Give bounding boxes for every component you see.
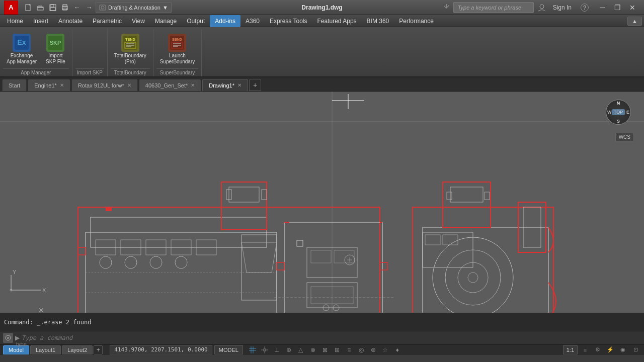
command-input-field[interactable] [22, 334, 641, 341]
sign-in-button[interactable]: Sign In [550, 3, 575, 12]
tab-drawing1[interactable]: Drawing1* ✕ [202, 79, 248, 91]
svg-rect-110 [264, 349, 266, 351]
undo-button[interactable]: ← [71, 2, 83, 13]
compass-east: E [626, 110, 629, 115]
svg-text:X: X [42, 287, 46, 293]
minimize-button[interactable]: ─ [595, 1, 610, 15]
totalboundary-pro-button[interactable]: TBND TotalBoundary(Pro) [111, 31, 150, 67]
quick-access-toolbar: ← → Drafting & Annotation ▼ [23, 2, 172, 13]
open-button[interactable] [35, 2, 46, 13]
print-button[interactable] [59, 2, 70, 13]
polar-toggle[interactable]: ⊕ [283, 345, 294, 354]
exchange-icon: Ex [13, 34, 31, 52]
command-area: Command: _.erase 2 found ▶ type [0, 313, 644, 344]
launch-superboundary-button[interactable]: SBND LaunchSuperBoundary [156, 31, 199, 67]
snap-toggle[interactable] [259, 345, 270, 354]
import-skp-button[interactable]: SKP ImportSKP File [42, 31, 69, 67]
app-manager-group-label: App Manager [3, 68, 69, 76]
svg-rect-4 [51, 5, 54, 7]
tab-close-rotax[interactable]: ✕ [127, 82, 131, 88]
wcs-label[interactable]: WCS [615, 133, 634, 141]
status-right: ≡ ⚙ ⚡ ◉ ⊡ [580, 345, 641, 354]
menu-performance[interactable]: Performance [394, 15, 439, 27]
tab-close-drawing1[interactable]: ✕ [237, 82, 242, 88]
ribbon-display-button[interactable]: ▲ [627, 17, 642, 26]
svg-text:TBND: TBND [125, 38, 135, 41]
add-layout-button[interactable]: + [94, 345, 103, 354]
tab-close-engine1[interactable]: ✕ [60, 82, 64, 88]
help-icon[interactable]: ? [578, 3, 592, 13]
isoline-button[interactable]: ◉ [617, 345, 628, 354]
layout-layout2-tab[interactable]: Layout2 [62, 345, 93, 354]
otrack-toggle[interactable]: ⊗ [307, 345, 318, 354]
ribbon-group-totalboundary: TBND TotalBoundary(Pro) TotalBoundary [108, 29, 153, 76]
svg-text:SBND: SBND [173, 38, 183, 41]
hardware-acceleration-button[interactable]: ⚡ [605, 345, 616, 354]
import-skp-label: ImportSKP File [46, 53, 65, 65]
customization-button[interactable]: ≡ [580, 345, 591, 354]
new-button[interactable] [23, 2, 34, 13]
compass-top-label[interactable]: TOP [612, 109, 625, 115]
menu-a360[interactable]: A360 [240, 15, 265, 27]
fullscreen-button[interactable]: ⊡ [630, 345, 641, 354]
annotation-monitor[interactable]: ♦ [392, 345, 403, 354]
workspace-switch-button[interactable]: ⚙ [592, 345, 603, 354]
compass-west: W [607, 110, 612, 115]
3d-osnap-toggle[interactable]: ☆ [380, 345, 391, 354]
menu-bar: Home Insert Annotate Parametric View Man… [0, 15, 644, 27]
menu-insert[interactable]: Insert [28, 15, 53, 27]
ribbon-group-superboundary: SBND LaunchSuperBoundary SuperBoundary [153, 29, 202, 76]
selection-cycle[interactable]: ⊛ [368, 345, 379, 354]
zoom-display[interactable]: 1:1 [563, 345, 578, 354]
lineweight-toggle[interactable]: ≡ [344, 345, 355, 354]
model-indicator: MODEL [214, 345, 243, 354]
osnap-toggle[interactable]: △ [295, 345, 306, 354]
search-input[interactable] [453, 2, 534, 13]
svg-point-11 [540, 5, 544, 9]
menu-express-tools[interactable]: Express Tools [265, 15, 312, 27]
compass-circle: N S E W TOP [606, 100, 631, 125]
transparency-toggle[interactable]: ◎ [356, 345, 367, 354]
redo-button[interactable]: → [84, 2, 95, 13]
tab-close-gen-set[interactable]: ✕ [191, 82, 195, 88]
drawing-canvas: Y X ✕ [0, 92, 644, 313]
user-icon [537, 4, 547, 12]
totalboundary-group-label: TotalBoundary [111, 68, 150, 76]
dynamic-ucs-toggle[interactable]: ⊠ [319, 345, 331, 354]
import-skp-icon: SKP [46, 34, 64, 52]
drawing-area[interactable]: [-][Top][2D Wireframe] [0, 92, 644, 313]
ribbon: Ex ExchangeApp Manager SKP ImportSKP Fil… [0, 27, 644, 77]
restore-button[interactable]: ❒ [610, 1, 625, 15]
tab-engine1[interactable]: Engine1* ✕ [28, 79, 70, 91]
tab-start[interactable]: Start [2, 79, 27, 91]
menu-featured-apps[interactable]: Featured Apps [312, 15, 362, 27]
menu-addins[interactable]: Add-ins [210, 15, 240, 27]
workspace-selector[interactable]: Drafting & Annotation ▼ [96, 2, 172, 13]
type-label: type [16, 341, 27, 347]
menu-view[interactable]: View [127, 15, 150, 27]
dynamic-input-toggle[interactable]: ⊞ [332, 345, 343, 354]
coordinates-display[interactable]: 4143.9700, 2207.1501, 0.0000 [110, 345, 212, 354]
tab-gen-set[interactable]: 40630_Gen_Set* ✕ [139, 79, 201, 91]
layout-layout1-tab[interactable]: Layout1 [30, 345, 61, 354]
status-icons: ⊥ ⊕ △ ⊗ ⊠ ⊞ ≡ ◎ ⊛ ☆ ♦ 1:1 [247, 345, 578, 354]
menu-manage[interactable]: Manage [150, 15, 182, 27]
menu-bim360[interactable]: BIM 360 [362, 15, 394, 27]
ribbon-buttons-app-manager: Ex ExchangeApp Manager SKP ImportSKP Fil… [3, 31, 69, 68]
grid-toggle[interactable] [247, 345, 258, 354]
menu-home[interactable]: Home [2, 15, 28, 27]
menu-parametric[interactable]: Parametric [88, 15, 127, 27]
cmd-settings-button[interactable] [3, 333, 13, 343]
save-button[interactable] [47, 2, 58, 13]
exchange-app-manager-button[interactable]: Ex ExchangeApp Manager [3, 31, 40, 67]
menu-output[interactable]: Output [182, 15, 210, 27]
tab-rotax[interactable]: Rotax 912UL forw* ✕ [71, 79, 138, 91]
ortho-toggle[interactable]: ⊥ [271, 345, 282, 354]
new-tab-button[interactable]: + [249, 79, 261, 91]
command-input-row: ▶ [0, 331, 644, 344]
cmd-arrow: ▶ [15, 334, 20, 341]
close-button[interactable]: ✕ [625, 1, 640, 15]
menu-annotate[interactable]: Annotate [53, 15, 88, 27]
svg-rect-57 [106, 207, 112, 211]
totalboundary-icon: TBND [121, 34, 139, 52]
